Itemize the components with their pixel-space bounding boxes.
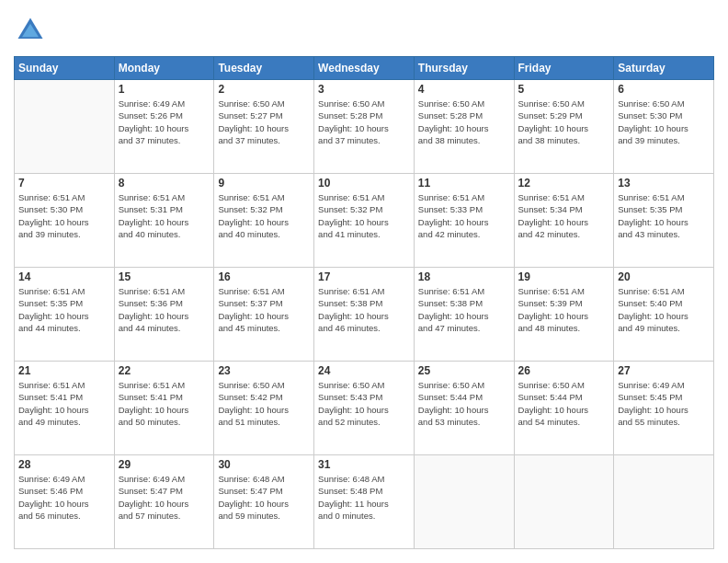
calendar-cell: 26Sunrise: 6:50 AM Sunset: 5:44 PM Dayli… <box>514 362 614 455</box>
calendar-cell: 20Sunrise: 6:51 AM Sunset: 5:40 PM Dayli… <box>614 268 714 362</box>
calendar-week-row: 7Sunrise: 6:51 AM Sunset: 5:30 PM Daylig… <box>15 174 714 268</box>
calendar-cell: 25Sunrise: 6:50 AM Sunset: 5:44 PM Dayli… <box>414 362 514 455</box>
day-info: Sunrise: 6:50 AM Sunset: 5:44 PM Dayligh… <box>518 379 610 428</box>
day-number: 8 <box>119 177 210 190</box>
day-number: 9 <box>218 177 310 190</box>
calendar-cell: 18Sunrise: 6:51 AM Sunset: 5:38 PM Dayli… <box>414 268 514 362</box>
calendar-cell: 14Sunrise: 6:51 AM Sunset: 5:35 PM Dayli… <box>15 268 115 362</box>
day-info: Sunrise: 6:50 AM Sunset: 5:42 PM Dayligh… <box>218 379 310 428</box>
day-number: 15 <box>119 270 210 283</box>
day-number: 30 <box>218 458 310 471</box>
day-info: Sunrise: 6:51 AM Sunset: 5:30 PM Dayligh… <box>18 191 110 240</box>
day-info: Sunrise: 6:51 AM Sunset: 5:31 PM Dayligh… <box>119 191 210 240</box>
calendar-cell <box>614 455 714 549</box>
calendar-cell: 10Sunrise: 6:51 AM Sunset: 5:32 PM Dayli… <box>314 174 415 268</box>
weekday-header-friday: Friday <box>514 57 614 80</box>
day-info: Sunrise: 6:50 AM Sunset: 5:29 PM Dayligh… <box>518 98 610 146</box>
calendar-cell: 5Sunrise: 6:50 AM Sunset: 5:29 PM Daylig… <box>514 80 614 174</box>
weekday-header-tuesday: Tuesday <box>214 57 314 80</box>
day-number: 5 <box>518 83 610 96</box>
day-info: Sunrise: 6:51 AM Sunset: 5:40 PM Dayligh… <box>618 285 710 334</box>
calendar-cell: 29Sunrise: 6:49 AM Sunset: 5:47 PM Dayli… <box>114 455 214 549</box>
calendar-cell: 15Sunrise: 6:51 AM Sunset: 5:36 PM Dayli… <box>114 268 214 362</box>
day-info: Sunrise: 6:51 AM Sunset: 5:37 PM Dayligh… <box>218 285 310 334</box>
day-info: Sunrise: 6:51 AM Sunset: 5:41 PM Dayligh… <box>18 379 110 428</box>
day-number: 19 <box>518 270 610 283</box>
day-number: 7 <box>18 177 110 190</box>
day-info: Sunrise: 6:50 AM Sunset: 5:28 PM Dayligh… <box>318 98 410 146</box>
calendar-cell: 3Sunrise: 6:50 AM Sunset: 5:28 PM Daylig… <box>314 80 415 174</box>
calendar-week-row: 21Sunrise: 6:51 AM Sunset: 5:41 PM Dayli… <box>15 362 714 455</box>
day-number: 17 <box>318 270 410 283</box>
calendar-cell: 11Sunrise: 6:51 AM Sunset: 5:33 PM Dayli… <box>414 174 514 268</box>
calendar-cell: 31Sunrise: 6:48 AM Sunset: 5:48 PM Dayli… <box>314 455 415 549</box>
weekday-header-thursday: Thursday <box>414 57 514 80</box>
day-info: Sunrise: 6:51 AM Sunset: 5:39 PM Dayligh… <box>518 285 610 334</box>
calendar-cell: 9Sunrise: 6:51 AM Sunset: 5:32 PM Daylig… <box>214 174 314 268</box>
calendar-week-row: 14Sunrise: 6:51 AM Sunset: 5:35 PM Dayli… <box>15 268 714 362</box>
day-number: 2 <box>218 83 310 96</box>
day-number: 22 <box>119 364 210 377</box>
day-number: 13 <box>618 177 710 190</box>
day-info: Sunrise: 6:51 AM Sunset: 5:32 PM Dayligh… <box>318 191 410 240</box>
day-number: 21 <box>18 364 110 377</box>
day-number: 3 <box>318 83 410 96</box>
day-info: Sunrise: 6:51 AM Sunset: 5:38 PM Dayligh… <box>418 285 510 334</box>
calendar-cell <box>15 80 115 174</box>
day-info: Sunrise: 6:49 AM Sunset: 5:45 PM Dayligh… <box>618 379 710 428</box>
day-number: 12 <box>518 177 610 190</box>
logo-icon <box>14 14 47 47</box>
calendar-cell: 12Sunrise: 6:51 AM Sunset: 5:34 PM Dayli… <box>514 174 614 268</box>
day-number: 4 <box>418 83 510 96</box>
calendar-cell: 24Sunrise: 6:50 AM Sunset: 5:43 PM Dayli… <box>314 362 415 455</box>
day-info: Sunrise: 6:51 AM Sunset: 5:38 PM Dayligh… <box>318 285 410 334</box>
calendar-week-row: 28Sunrise: 6:49 AM Sunset: 5:46 PM Dayli… <box>15 455 714 549</box>
day-info: Sunrise: 6:50 AM Sunset: 5:30 PM Dayligh… <box>618 98 710 146</box>
day-info: Sunrise: 6:50 AM Sunset: 5:27 PM Dayligh… <box>218 98 310 146</box>
day-info: Sunrise: 6:50 AM Sunset: 5:43 PM Dayligh… <box>318 379 410 428</box>
day-number: 26 <box>518 364 610 377</box>
page: SundayMondayTuesdayWednesdayThursdayFrid… <box>0 0 728 563</box>
calendar-cell: 1Sunrise: 6:49 AM Sunset: 5:26 PM Daylig… <box>114 80 214 174</box>
day-info: Sunrise: 6:51 AM Sunset: 5:36 PM Dayligh… <box>119 285 210 334</box>
day-number: 23 <box>218 364 310 377</box>
day-info: Sunrise: 6:51 AM Sunset: 5:34 PM Dayligh… <box>518 191 610 240</box>
day-info: Sunrise: 6:51 AM Sunset: 5:35 PM Dayligh… <box>618 191 710 240</box>
calendar-cell: 13Sunrise: 6:51 AM Sunset: 5:35 PM Dayli… <box>614 174 714 268</box>
day-info: Sunrise: 6:51 AM Sunset: 5:33 PM Dayligh… <box>418 191 510 240</box>
calendar-cell: 4Sunrise: 6:50 AM Sunset: 5:28 PM Daylig… <box>414 80 514 174</box>
day-number: 6 <box>618 83 710 96</box>
day-number: 14 <box>18 270 110 283</box>
weekday-header-wednesday: Wednesday <box>314 57 415 80</box>
weekday-header-row: SundayMondayTuesdayWednesdayThursdayFrid… <box>15 57 714 80</box>
calendar-cell: 2Sunrise: 6:50 AM Sunset: 5:27 PM Daylig… <box>214 80 314 174</box>
calendar-cell: 22Sunrise: 6:51 AM Sunset: 5:41 PM Dayli… <box>114 362 214 455</box>
calendar-cell: 23Sunrise: 6:50 AM Sunset: 5:42 PM Dayli… <box>214 362 314 455</box>
day-info: Sunrise: 6:48 AM Sunset: 5:47 PM Dayligh… <box>218 473 310 522</box>
calendar-cell: 30Sunrise: 6:48 AM Sunset: 5:47 PM Dayli… <box>214 455 314 549</box>
day-number: 28 <box>18 458 110 471</box>
calendar-cell: 19Sunrise: 6:51 AM Sunset: 5:39 PM Dayli… <box>514 268 614 362</box>
calendar-cell: 28Sunrise: 6:49 AM Sunset: 5:46 PM Dayli… <box>15 455 115 549</box>
calendar-cell <box>514 455 614 549</box>
calendar-cell: 16Sunrise: 6:51 AM Sunset: 5:37 PM Dayli… <box>214 268 314 362</box>
calendar-cell: 17Sunrise: 6:51 AM Sunset: 5:38 PM Dayli… <box>314 268 415 362</box>
day-number: 1 <box>119 83 210 96</box>
day-number: 18 <box>418 270 510 283</box>
header <box>14 14 714 47</box>
day-info: Sunrise: 6:49 AM Sunset: 5:46 PM Dayligh… <box>18 473 110 522</box>
calendar-cell: 21Sunrise: 6:51 AM Sunset: 5:41 PM Dayli… <box>15 362 115 455</box>
calendar-week-row: 1Sunrise: 6:49 AM Sunset: 5:26 PM Daylig… <box>15 80 714 174</box>
day-number: 20 <box>618 270 710 283</box>
weekday-header-saturday: Saturday <box>614 57 714 80</box>
day-info: Sunrise: 6:50 AM Sunset: 5:44 PM Dayligh… <box>418 379 510 428</box>
day-info: Sunrise: 6:51 AM Sunset: 5:41 PM Dayligh… <box>119 379 210 428</box>
calendar-table: SundayMondayTuesdayWednesdayThursdayFrid… <box>14 56 714 549</box>
day-number: 24 <box>318 364 410 377</box>
calendar-cell: 8Sunrise: 6:51 AM Sunset: 5:31 PM Daylig… <box>114 174 214 268</box>
day-info: Sunrise: 6:49 AM Sunset: 5:47 PM Dayligh… <box>119 473 210 522</box>
day-info: Sunrise: 6:50 AM Sunset: 5:28 PM Dayligh… <box>418 98 510 146</box>
day-info: Sunrise: 6:51 AM Sunset: 5:35 PM Dayligh… <box>18 285 110 334</box>
day-info: Sunrise: 6:51 AM Sunset: 5:32 PM Dayligh… <box>218 191 310 240</box>
day-info: Sunrise: 6:49 AM Sunset: 5:26 PM Dayligh… <box>119 98 210 146</box>
